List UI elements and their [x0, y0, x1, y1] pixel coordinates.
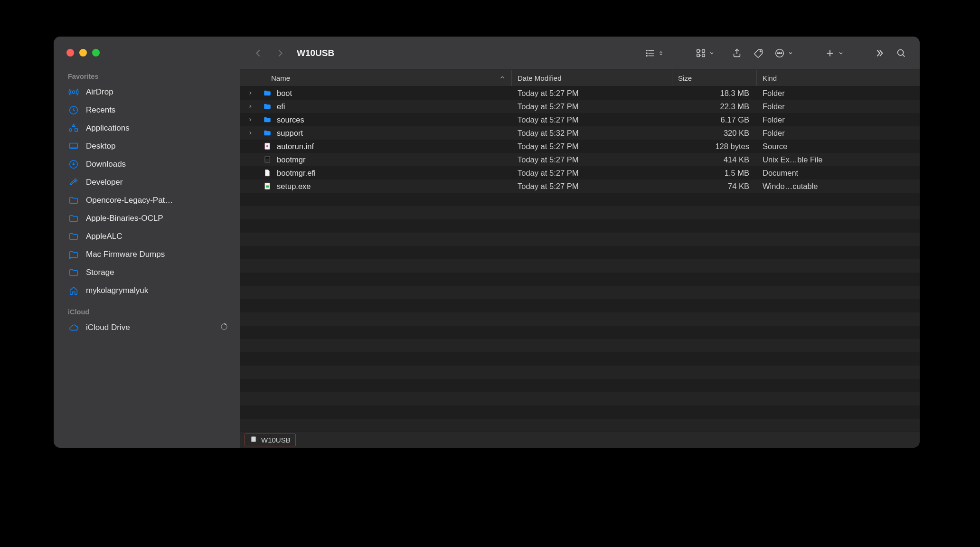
empty-row — [240, 392, 920, 406]
sidebar-item-apple-binaries[interactable]: Apple-Binaries-OCLP — [54, 209, 240, 227]
file-date: Today at 5:27 PM — [512, 140, 672, 153]
column-date nombrable: Date Modified — [518, 74, 562, 82]
sidebar-item-firmware[interactable]: Mac Firmware Dumps — [54, 245, 240, 264]
column-name[interactable]: Name — [240, 70, 512, 86]
file-kind: Folder — [757, 86, 920, 100]
svg-rect-23 — [266, 186, 269, 188]
expand-button[interactable] — [870, 44, 888, 62]
svg-rect-9 — [702, 49, 705, 52]
path-segment[interactable]: W10USB — [245, 434, 296, 446]
sidebar-item-storage[interactable]: Storage — [54, 264, 240, 282]
empty-row — [240, 352, 920, 366]
disclosure-icon[interactable] — [246, 104, 254, 109]
file-size: 414 KB — [672, 153, 757, 166]
home-icon — [68, 285, 79, 296]
sidebar-item-desktop[interactable]: Desktop — [54, 137, 240, 155]
new-button[interactable] — [825, 48, 844, 58]
svg-point-0 — [72, 91, 75, 94]
file-row[interactable]: setup.exeToday at 5:27 PM74 KBWindo…cuta… — [240, 179, 920, 193]
sidebar-item-downloads[interactable]: Downloads — [54, 155, 240, 173]
file-row[interactable]: sourcesToday at 5:27 PM6.17 GBFolder — [240, 113, 920, 126]
column-date[interactable]: Date Modified — [512, 70, 672, 86]
file-name: sources — [277, 115, 304, 124]
sidebar-item-label: Opencore-Legacy-Pat… — [86, 196, 173, 205]
sidebar: Favorites AirDrop Recents Applications D… — [54, 37, 240, 448]
svg-rect-2 — [70, 143, 78, 149]
file-date: Today at 5:27 PM — [512, 153, 672, 166]
file-kind: Windo…cutable — [757, 179, 920, 193]
column-size-label: Size — [678, 74, 692, 82]
file-row[interactable]: bootmgr.efiToday at 5:27 PM1.5 MBDocumen… — [240, 166, 920, 179]
file-size: 6.17 GB — [672, 113, 757, 126]
sidebar-item-label: Storage — [86, 268, 114, 277]
file-row[interactable]: efiToday at 5:27 PM22.3 MBFolder — [240, 100, 920, 113]
file-row[interactable]: bootmgrToday at 5:27 PM414 KBUnix Ex…ble… — [240, 153, 920, 166]
svg-point-5 — [646, 50, 647, 51]
sidebar-section-icloud: iCloud — [54, 308, 240, 316]
folder-icon — [68, 249, 79, 260]
svg-rect-8 — [697, 49, 700, 52]
drive-icon — [250, 435, 257, 444]
share-button[interactable] — [728, 44, 746, 62]
file-row[interactable]: bootToday at 5:27 PM18.3 MBFolder — [240, 86, 920, 100]
location-title: W10USB — [297, 48, 334, 58]
svg-point-12 — [760, 51, 761, 52]
file-row[interactable]: autorun.infToday at 5:27 PM128 bytesSour… — [240, 140, 920, 153]
airdrop-icon — [68, 86, 79, 98]
action-button[interactable] — [774, 48, 793, 58]
empty-row — [240, 259, 920, 273]
sidebar-item-developer[interactable]: Developer — [54, 173, 240, 191]
empty-row — [240, 299, 920, 312]
toolbar: W10USB — [240, 37, 920, 70]
file-kind: Folder — [757, 100, 920, 113]
forward-button[interactable] — [271, 44, 289, 62]
back-button[interactable] — [249, 44, 267, 62]
sidebar-item-label: Apple-Binaries-OCLP — [86, 214, 163, 223]
folder-icon — [68, 267, 79, 278]
file-date: Today at 5:27 PM — [512, 113, 672, 126]
empty-row — [240, 312, 920, 326]
empty-row — [240, 219, 920, 233]
close-button[interactable] — [66, 49, 74, 57]
sidebar-item-icloud-drive[interactable]: iCloud Drive — [54, 319, 240, 337]
sidebar-item-opencore[interactable]: Opencore-Legacy-Pat… — [54, 191, 240, 209]
sidebar-item-airdrop[interactable]: AirDrop — [54, 83, 240, 101]
sidebar-item-recents[interactable]: Recents — [54, 101, 240, 119]
sidebar-item-label: Applications — [86, 123, 130, 133]
tag-button[interactable] — [750, 44, 768, 62]
finder-window: Favorites AirDrop Recents Applications D… — [54, 37, 920, 448]
column-kind[interactable]: Kind — [757, 70, 920, 86]
empty-row — [240, 233, 920, 246]
column-size[interactable]: Size — [672, 70, 757, 86]
file-kind: Folder — [757, 113, 920, 126]
download-icon — [68, 159, 79, 170]
svg-point-14 — [777, 52, 778, 53]
svg-point-17 — [898, 49, 904, 55]
file-name: support — [277, 129, 303, 138]
path-segment-label: W10USB — [261, 436, 291, 444]
file-row[interactable]: supportToday at 5:32 PM320 KBFolder — [240, 126, 920, 140]
disclosure-icon[interactable] — [246, 131, 254, 135]
column-headers: Name Date Modified Size Kind — [240, 70, 920, 86]
sidebar-item-applications[interactable]: Applications — [54, 119, 240, 137]
folder-icon — [68, 231, 79, 242]
file-name: setup.exe — [277, 182, 311, 191]
window-controls — [54, 49, 240, 57]
file-size: 22.3 MB — [672, 100, 757, 113]
minimize-button[interactable] — [79, 49, 87, 57]
sidebar-item-label: iCloud Drive — [86, 323, 130, 332]
zoom-button[interactable] — [92, 49, 100, 57]
sidebar-item-home[interactable]: mykolagrymalyuk — [54, 282, 240, 300]
group-button[interactable] — [696, 48, 715, 58]
empty-row — [240, 366, 920, 379]
file-icon — [263, 181, 272, 191]
svg-point-16 — [781, 52, 782, 53]
disclosure-icon[interactable] — [246, 117, 254, 122]
file-date: Today at 5:32 PM — [512, 126, 672, 140]
sidebar-item-label: Mac Firmware Dumps — [86, 250, 165, 259]
file-icon — [263, 168, 272, 178]
view-list-button[interactable] — [645, 48, 664, 58]
sidebar-item-applealc[interactable]: AppleALC — [54, 227, 240, 245]
search-button[interactable] — [892, 44, 910, 62]
disclosure-icon[interactable] — [246, 91, 254, 95]
